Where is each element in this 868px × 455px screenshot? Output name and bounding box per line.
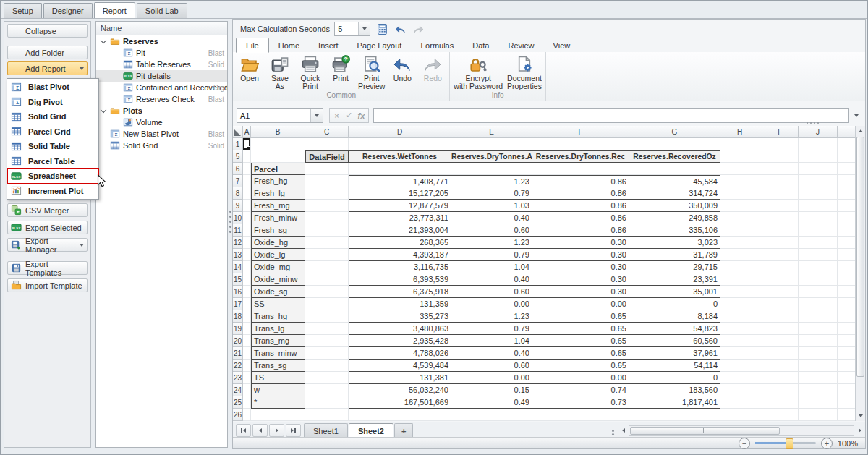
grid-cell[interactable]: 54,114 — [629, 360, 720, 372]
grid-cell[interactable]: 1.04 — [451, 335, 532, 347]
grid-cell[interactable]: 56,032,240 — [349, 384, 451, 396]
grid-cell[interactable] — [305, 187, 349, 200]
grid-cell[interactable] — [305, 261, 349, 273]
cell-name-box[interactable]: A1 — [237, 108, 323, 123]
grid-cell[interactable]: DataField — [305, 150, 349, 163]
tree-item-plots[interactable]: Plots — [96, 105, 227, 116]
grid-cell[interactable]: 0.00 — [532, 298, 629, 310]
grid-cell[interactable]: 0.49 — [451, 396, 532, 409]
grid-cell[interactable]: 1.03 — [451, 200, 532, 212]
grid-cell[interactable] — [305, 310, 349, 323]
grid-cell[interactable]: Oxide_hg — [251, 237, 305, 249]
grid-cell[interactable]: 2,935,428 — [349, 335, 451, 347]
grid-cell[interactable]: 0.65 — [532, 323, 629, 335]
grid-cell[interactable] — [720, 384, 760, 396]
column-header-D[interactable]: D — [349, 126, 451, 138]
row-header-19[interactable]: 19 — [233, 323, 243, 335]
grid-cell[interactable] — [760, 323, 799, 335]
grid-cell[interactable]: SS — [251, 298, 305, 310]
row-header-24[interactable]: 24 — [233, 384, 243, 396]
grid-cell[interactable] — [799, 323, 838, 335]
grid-cell[interactable] — [629, 138, 720, 150]
grid-cell[interactable] — [799, 163, 838, 175]
grid-cell[interactable] — [720, 249, 760, 261]
grid-cell[interactable]: 0.60 — [451, 286, 532, 298]
grid-cell[interactable]: Reserves.WetTonnes — [349, 150, 451, 163]
grid-cell[interactable] — [720, 261, 760, 273]
grid-cell[interactable] — [760, 175, 799, 187]
grid-cell[interactable] — [838, 187, 856, 200]
grid-cell[interactable] — [760, 249, 799, 261]
grid-cell[interactable] — [251, 150, 305, 163]
grid-cell[interactable]: 0.30 — [532, 249, 629, 261]
grid-cell[interactable] — [243, 150, 251, 163]
grid-cell[interactable] — [305, 200, 349, 212]
redo-button[interactable]: Redo — [417, 54, 448, 83]
grid-cell[interactable] — [451, 138, 532, 150]
grid-cell[interactable]: Fresh_mg — [251, 200, 305, 212]
grid-cell[interactable] — [760, 298, 799, 310]
collapse-button[interactable]: Collapse — [7, 24, 88, 38]
grid-cell[interactable] — [760, 384, 799, 396]
grid-cell[interactable]: 0.86 — [532, 224, 629, 237]
menu-item-blast-pivot[interactable]: ΣBlast Pivot — [7, 80, 98, 95]
grid-cell[interactable]: 12,877,579 — [349, 200, 451, 212]
menu-item-solid-grid[interactable]: Solid Grid — [7, 109, 98, 124]
grid-cell[interactable]: 0.65 — [532, 360, 629, 372]
grid-cell[interactable] — [760, 273, 799, 286]
grid-cell[interactable] — [838, 310, 856, 323]
grid-cell[interactable] — [305, 273, 349, 286]
grid-cell[interactable] — [305, 323, 349, 335]
max-calc-dropdown-button[interactable] — [358, 22, 370, 35]
grid-cell[interactable] — [799, 384, 838, 396]
grid-cell[interactable] — [799, 372, 838, 384]
menu-item-parcel-grid[interactable]: Parcel Grid — [7, 124, 98, 140]
grid-cell[interactable]: 0.79 — [451, 187, 532, 200]
grid-cell[interactable] — [720, 212, 760, 224]
tree-item-reserves[interactable]: Reserves — [96, 35, 227, 47]
grid-cell[interactable]: 37,961 — [629, 347, 720, 360]
grid-cell[interactable]: 1.23 — [451, 175, 532, 187]
chevron-expanded-icon[interactable] — [101, 37, 106, 43]
tree-item-reserves-check[interactable]: ΣReserves CheckBlast — [96, 93, 227, 105]
grid-cell[interactable]: 45,584 — [629, 175, 720, 187]
grid-cell[interactable] — [305, 298, 349, 310]
grid-cell[interactable] — [799, 347, 838, 360]
grid-cell[interactable]: 4,539,484 — [349, 360, 451, 372]
grid-cell[interactable]: 15,127,205 — [349, 187, 451, 200]
grid-cell[interactable] — [799, 360, 838, 372]
grid-cell[interactable] — [243, 261, 251, 273]
formula-input[interactable] — [373, 108, 849, 123]
formula-bar-gripper[interactable] — [807, 122, 822, 125]
grid-cell[interactable]: 0.40 — [451, 212, 532, 224]
grid-cell[interactable] — [305, 175, 349, 187]
grid-cell[interactable] — [838, 323, 856, 335]
grid-cell[interactable]: 0.79 — [451, 249, 532, 261]
grid-cell[interactable] — [799, 224, 838, 237]
grid-cell[interactable]: 0.86 — [532, 212, 629, 224]
ribbon-tab-formulas[interactable]: Formulas — [411, 38, 463, 52]
grid-cell[interactable] — [451, 409, 532, 421]
grid-cell[interactable]: 0.74 — [532, 384, 629, 396]
grid-cell[interactable]: 0 — [629, 372, 720, 384]
grid-cell[interactable] — [720, 163, 760, 175]
app-tab-report[interactable]: Report — [94, 2, 135, 18]
menu-item-parcel-table[interactable]: Parcel Table — [7, 154, 98, 169]
grid-cell[interactable] — [760, 261, 799, 273]
grid-cell[interactable]: 0.86 — [532, 187, 629, 200]
tree-item-contained-and-recovered[interactable]: ΣContained and RecoveredDig — [96, 82, 227, 93]
grid-cell[interactable] — [799, 212, 838, 224]
grid-cell[interactable] — [243, 163, 251, 175]
zoom-slider[interactable] — [755, 442, 816, 444]
grid-cell[interactable] — [760, 187, 799, 200]
grid-cell[interactable] — [799, 150, 838, 163]
grid-cell[interactable]: 131,359 — [349, 298, 451, 310]
confirm-entry-button[interactable]: ✓ — [344, 111, 354, 120]
menu-item-solid-table[interactable]: Solid Table — [7, 139, 98, 154]
grid-cell[interactable] — [838, 360, 856, 372]
calculator-icon-button[interactable] — [376, 23, 388, 35]
menu-item-spreadsheet[interactable]: XLSXSpreadsheet — [7, 169, 98, 184]
grid-cell[interactable]: 268,365 — [349, 237, 451, 249]
grid-cell[interactable] — [243, 360, 251, 372]
grid-cell[interactable]: 249,858 — [629, 212, 720, 224]
